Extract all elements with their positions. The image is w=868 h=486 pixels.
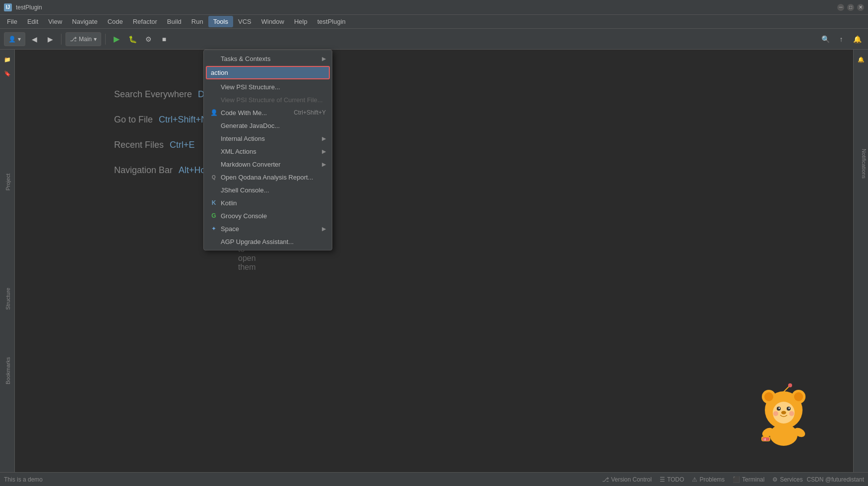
code-with-me-icon: 👤 <box>210 109 218 117</box>
stop-button[interactable]: ■ <box>157 32 171 46</box>
svg-point-4 <box>794 392 803 401</box>
xml-actions-icon <box>210 147 218 155</box>
branch-label: Main <box>79 36 92 43</box>
menu-code[interactable]: Code <box>103 16 128 27</box>
notifications-label[interactable]: Notifications <box>861 149 867 179</box>
project-panel-label[interactable]: Project <box>5 174 11 190</box>
menu-refactor[interactable]: Refactor <box>128 16 162 27</box>
go-to-file-shortcut: Ctrl+Shift+N <box>159 115 207 125</box>
menu-item-markdown[interactable]: Markdown Converter ▶ <box>204 158 332 171</box>
tasks-arrow: ▶ <box>322 56 326 62</box>
generate-javadoc-icon <box>210 122 218 129</box>
notifications-button[interactable]: 🔔 <box>850 32 864 46</box>
svg-point-13 <box>770 424 798 446</box>
svg-point-10 <box>781 411 786 415</box>
bookmarks-panel-label[interactable]: Bookmarks <box>5 357 11 384</box>
version-control-icon: ⎇ <box>602 476 609 483</box>
menu-item-jshell[interactable]: JShell Console... <box>204 183 332 196</box>
svg-point-8 <box>779 408 780 409</box>
menu-item-code-with-me[interactable]: 👤 Code With Me... Ctrl+Shift+Y <box>204 106 332 119</box>
menu-navigate[interactable]: Navigate <box>67 16 102 27</box>
search-button[interactable]: 🔍 <box>818 32 832 46</box>
menu-item-kotlin[interactable]: K Kotlin <box>204 196 332 209</box>
recent-files-shortcut: Ctrl+E <box>170 140 195 150</box>
toolbar-separator-2 <box>105 34 106 45</box>
terminal-button[interactable]: ⬛ Terminal <box>729 476 768 483</box>
menu-testplugin[interactable]: testPlugin <box>312 16 351 27</box>
update-button[interactable]: ↑ <box>834 32 848 46</box>
nav-bar-label: Navigation Bar <box>114 165 173 176</box>
version-control-button[interactable]: ⎇ Version Control <box>598 476 656 483</box>
run-button[interactable]: ▶ <box>110 32 124 46</box>
app-icon: IJ <box>4 3 12 11</box>
go-to-file-label: Go to File <box>114 115 153 125</box>
content-area: Search Everywhere Double Shift Go to Fil… <box>15 50 853 472</box>
svg-point-20 <box>788 383 792 387</box>
debug-button[interactable]: 🐛 <box>125 32 139 46</box>
menu-item-qodana[interactable]: Q Open Qodana Analysis Report... <box>204 171 332 183</box>
window-controls: ─ □ ✕ <box>837 4 864 11</box>
sidebar-bookmark-icon[interactable]: 🔖 <box>1 67 13 79</box>
build-button[interactable]: ⚙ <box>141 32 155 46</box>
close-button[interactable]: ✕ <box>857 4 864 11</box>
menu-tools[interactable]: Tools <box>208 16 233 27</box>
minimize-button[interactable]: ─ <box>837 4 844 11</box>
branch-arrow: ▾ <box>94 36 97 43</box>
title-bar: IJ testPlugin ─ □ ✕ <box>0 0 868 15</box>
code-with-me-shortcut: Ctrl+Shift+Y <box>294 109 326 116</box>
menu-item-view-psi[interactable]: View PSI Structure... <box>204 80 332 93</box>
menu-item-view-psi-current: View PSI Structure of Current File... <box>204 93 332 106</box>
branch-button[interactable]: ⎇ Main ▾ <box>65 32 101 46</box>
svg-point-11 <box>773 411 778 416</box>
recent-files-label: Recent Files <box>114 140 164 150</box>
todo-button[interactable]: ☰ TODO <box>656 476 688 483</box>
back-button[interactable]: ◀ <box>27 32 41 46</box>
menu-item-internal-actions[interactable]: Internal Actions ▶ <box>204 132 332 145</box>
menu-file[interactable]: File <box>2 16 22 27</box>
menu-item-agp[interactable]: AGP Upgrade Assistant... <box>204 235 332 248</box>
toolbar-separator-1 <box>61 34 62 45</box>
menu-build[interactable]: Build <box>162 16 186 27</box>
tasks-icon <box>210 55 218 62</box>
branch-icon: ⎇ <box>70 36 77 43</box>
menu-view[interactable]: View <box>43 16 67 27</box>
internal-actions-arrow: ▶ <box>322 135 326 142</box>
profile-arrow: ▾ <box>18 36 21 43</box>
action-item-wrapper: action <box>204 65 332 80</box>
forward-button[interactable]: ▶ <box>43 32 57 46</box>
space-icon: ✦ <box>210 225 218 233</box>
right-sidebar-icon[interactable]: 🔔 <box>855 54 867 65</box>
problems-button[interactable]: ⚠ Problems <box>688 476 729 483</box>
kotlin-icon: K <box>210 199 218 207</box>
menu-item-space[interactable]: ✦ Space ▶ <box>204 222 332 235</box>
menu-item-tasks[interactable]: Tasks & Contexts ▶ <box>204 52 332 65</box>
markdown-arrow: ▶ <box>322 161 326 168</box>
todo-icon: ☰ <box>660 476 665 483</box>
back-icon: ◀ <box>32 35 37 43</box>
profile-icon: 👤 <box>8 36 16 43</box>
services-button[interactable]: ⚙ Services <box>768 476 806 483</box>
menu-item-generate-javadoc[interactable]: Generate JavaDoc... <box>204 119 332 132</box>
forward-icon: ▶ <box>48 35 53 43</box>
menu-help[interactable]: Help <box>289 16 312 27</box>
agp-icon <box>210 238 218 245</box>
menu-window[interactable]: Window <box>256 16 289 27</box>
svg-point-9 <box>789 408 790 409</box>
menu-item-groovy[interactable]: G Groovy Console <box>204 209 332 222</box>
menu-vcs[interactable]: VCS <box>233 16 256 27</box>
right-sidebar: 🔔 <box>853 50 868 472</box>
maximize-button[interactable]: □ <box>847 4 854 11</box>
sidebar-folder-icon[interactable]: 📁 <box>1 54 13 65</box>
action-menu-item[interactable]: action <box>206 66 330 79</box>
svg-text:IJ: IJ <box>764 438 766 441</box>
menu-item-xml-actions[interactable]: XML Actions ▶ <box>204 145 332 158</box>
tools-dropdown-menu: Tasks & Contexts ▶ action View PSI Struc… <box>203 50 332 250</box>
menu-edit[interactable]: Edit <box>22 16 43 27</box>
services-icon: ⚙ <box>772 476 778 483</box>
svg-point-3 <box>764 392 773 401</box>
groovy-icon: G <box>210 212 218 220</box>
profile-button[interactable]: 👤 ▾ <box>4 32 25 46</box>
xml-actions-arrow: ▶ <box>322 148 326 155</box>
structure-panel-label[interactable]: Structure <box>5 288 11 310</box>
menu-run[interactable]: Run <box>186 16 208 27</box>
